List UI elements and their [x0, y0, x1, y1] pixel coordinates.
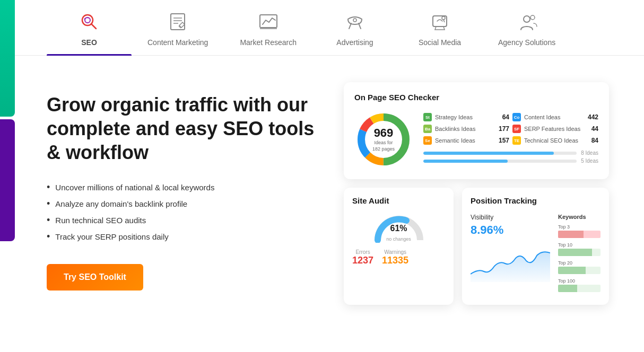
progress-row-1: 8 Ideas	[423, 150, 598, 156]
errors-label: Errors	[352, 249, 373, 255]
keyword-top3: Top 3	[558, 224, 601, 238]
technical-name: Technical SEO Ideas	[524, 137, 588, 144]
bullet-3: Run technical SEO audits	[47, 212, 323, 228]
keyword-top10: Top 10	[558, 242, 601, 256]
keyword-top20: Top 20	[558, 260, 601, 274]
warnings-label: Warnings	[382, 249, 408, 255]
technical-badge: TE	[512, 136, 521, 145]
serp-badge: SF	[512, 125, 521, 133]
progress-bars: 8 Ideas 5 Ideas	[423, 150, 598, 164]
donut-label: Ideas for182 pages	[372, 140, 395, 152]
metrics-grid: St Strategy Ideas 64 Co Content Ideas 44…	[423, 113, 598, 145]
hero-section: Grow organic traffic with our complete a…	[47, 82, 323, 331]
keyword-top20-bar	[558, 267, 586, 274]
left-bar-purple	[0, 119, 15, 241]
keyword-top100-bar	[558, 285, 577, 292]
tab-seo[interactable]: SEO	[47, 0, 132, 55]
serp-value: 44	[591, 125, 598, 133]
visibility-value: 8.96%	[471, 223, 552, 237]
pt-content: Visibility 8.96%	[471, 214, 601, 296]
position-tracking-card: Position Tracking Visibility 8.96%	[462, 188, 609, 305]
cta-button[interactable]: Try SEO Toolkit	[47, 264, 143, 291]
metric-serp: SF SERP Features Ideas 44	[512, 125, 598, 133]
semantic-badge: Se	[423, 136, 432, 145]
gauge-text: 61% no changes	[386, 224, 411, 243]
agency-solutions-icon	[516, 11, 538, 33]
progress-bar-bg-1	[423, 152, 577, 155]
progress-bar-fill-2	[423, 160, 508, 163]
gauge-percent: 61%	[390, 224, 407, 233]
donut-number: 969	[372, 126, 395, 140]
seo-icon	[78, 11, 100, 33]
svg-rect-8	[260, 15, 277, 28]
content-value: 442	[588, 113, 598, 121]
bottom-row: Site Audit 61% no c	[344, 188, 609, 305]
metrics-container: St Strategy Ideas 64 Co Content Ideas 44…	[423, 113, 598, 166]
advertising-icon	[344, 11, 366, 33]
dashboard-cards: On Page SEO Checker	[344, 82, 609, 331]
tab-social-media[interactable]: Social Media	[397, 0, 482, 55]
metric-technical: TE Technical SEO Ideas 84	[512, 136, 598, 145]
tab-advertising[interactable]: Advertising	[312, 0, 397, 55]
tab-advertising-label: Advertising	[336, 38, 373, 47]
market-research-icon	[257, 11, 280, 33]
svg-point-15	[530, 15, 535, 20]
content-marketing-icon	[167, 11, 189, 33]
keyword-top100: Top 100	[558, 278, 601, 292]
backlinks-name: Backlinks Ideas	[435, 126, 495, 132]
bullet-4: Track your SERP positions daily	[47, 228, 323, 245]
keywords-title: Keywords	[558, 214, 601, 220]
social-media-icon	[429, 11, 451, 33]
technical-value: 84	[591, 137, 598, 144]
left-accent-bar	[0, 0, 15, 352]
keyword-top10-bar	[558, 249, 592, 256]
gauge-container: 61% no changes	[352, 214, 445, 243]
main-content: Grow organic traffic with our complete a…	[15, 56, 644, 352]
position-tracking-title: Position Tracking	[471, 196, 601, 205]
tab-market-research-label: Market Research	[240, 38, 297, 47]
warnings-value: 11335	[382, 255, 408, 266]
visibility-label: Visibility	[471, 214, 552, 221]
tab-social-media-label: Social Media	[419, 38, 461, 47]
tab-content-marketing[interactable]: Content Marketing	[132, 0, 224, 55]
visibility-section: Visibility 8.96%	[471, 214, 552, 237]
keyword-top3-label: Top 3	[558, 224, 601, 230]
feature-list: Uncover millions of national & local key…	[47, 179, 323, 245]
backlinks-badge: Ba	[423, 125, 432, 133]
nav-tabs: SEO Content Marketing	[15, 0, 644, 56]
metric-backlinks: Ba Backlinks Ideas 177	[423, 125, 509, 133]
tab-agency-solutions[interactable]: Agency Solutions	[482, 0, 571, 55]
errors-item: Errors 1237	[352, 249, 373, 266]
page-wrapper: SEO Content Marketing	[0, 0, 644, 352]
gauge-wrapper: 61% no changes	[372, 214, 425, 243]
tab-market-research[interactable]: Market Research	[224, 0, 312, 55]
svg-line-1	[91, 24, 96, 29]
progress-label-1: 8 Ideas	[581, 150, 598, 156]
warnings-item: Warnings 11335	[382, 249, 408, 266]
strategy-value: 64	[502, 113, 509, 121]
keyword-top3-bar	[558, 231, 584, 238]
seo-checker-title: On Page SEO Checker	[354, 93, 598, 102]
errors-value: 1237	[352, 255, 373, 266]
bullet-1: Uncover millions of national & local key…	[47, 179, 323, 196]
tab-content-marketing-label: Content Marketing	[147, 38, 208, 47]
metric-content: Co Content Ideas 442	[512, 113, 598, 121]
progress-label-2: 5 Ideas	[581, 158, 598, 164]
keyword-top10-label: Top 10	[558, 242, 601, 248]
tab-agency-solutions-label: Agency Solutions	[498, 38, 555, 47]
site-audit-card: Site Audit 61% no c	[344, 188, 454, 305]
keyword-top100-label: Top 100	[558, 278, 601, 284]
semantic-name: Semantic Ideas	[435, 137, 495, 144]
svg-point-10	[353, 19, 356, 22]
site-audit-title: Site Audit	[352, 196, 445, 205]
svg-rect-3	[171, 14, 185, 30]
svg-line-13	[443, 20, 445, 22]
serp-name: SERP Features Ideas	[524, 126, 588, 132]
content-name: Content Ideas	[524, 114, 585, 120]
donut-chart: 969 Ideas for182 pages	[354, 110, 413, 169]
metric-strategy: St Strategy Ideas 64	[423, 113, 509, 121]
chart-area: Visibility 8.96%	[471, 214, 552, 296]
backlinks-value: 177	[499, 125, 509, 133]
strategy-name: Strategy Ideas	[435, 114, 499, 120]
strategy-badge: St	[423, 113, 432, 121]
